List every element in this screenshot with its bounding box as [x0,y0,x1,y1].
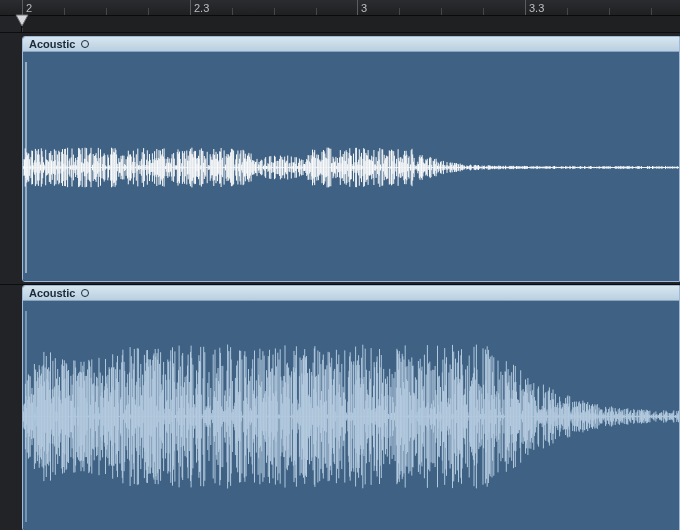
waveform-area[interactable] [23,301,679,530]
ruler-subtick [441,8,442,16]
ruler-tick: 3.3 [525,0,544,16]
loop-icon [81,289,89,297]
ruler-tick: 3 [357,0,367,16]
timeline-ruler[interactable]: 2 2.3 3 3.3 [0,0,680,16]
ruler-subtick [399,8,400,16]
ruler-subtick [651,8,652,16]
waveform-svg [23,52,680,282]
loop-icon [81,40,89,48]
ruler-subtick [274,8,275,16]
audio-region[interactable]: Acoustic [22,36,680,282]
waveform-area[interactable] [23,52,679,282]
ruler-tick: 2.3 [190,0,209,16]
ruler-subtick [609,8,610,16]
region-header[interactable]: Acoustic [23,37,679,52]
ruler-subtick [64,8,65,16]
audio-region[interactable]: Acoustic [22,285,680,530]
region-name-label: Acoustic [29,38,75,50]
ruler-subtick [483,8,484,16]
waveform-svg [23,301,680,530]
ruler-subtick [148,8,149,16]
track-lane[interactable]: Acoustic [0,284,680,530]
ruler-subtick [106,8,107,16]
ruler-subtick [232,8,233,16]
track-lane[interactable]: Acoustic [0,32,680,284]
ruler-subtick [567,8,568,16]
playhead-handle[interactable] [15,14,29,28]
playhead-icon [15,14,29,28]
audio-editor-workspace: 2 2.3 3 3.3 Acoustic [0,0,680,530]
ruler-subtick [316,8,317,16]
region-name-label: Acoustic [29,287,75,299]
region-header[interactable]: Acoustic [23,286,679,301]
